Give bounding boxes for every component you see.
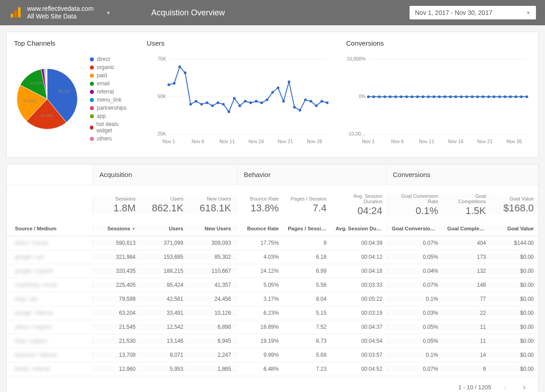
header-gv[interactable]: Goal Value xyxy=(490,226,538,231)
conversions-line-chart[interactable]: -10,00…0%10,000%Nov 1Nov 6Nov 11Nov 16No… xyxy=(346,54,531,149)
header-new-users[interactable]: New Users xyxy=(188,226,236,231)
cell-gv: $0.00 xyxy=(490,366,538,372)
svg-point-78 xyxy=(493,95,495,98)
svg-text:Nov 1: Nov 1 xyxy=(362,139,374,144)
cell-source: direct / (none) xyxy=(7,240,93,246)
cell-gc: 11 xyxy=(443,338,491,344)
legend-item[interactable]: others xyxy=(90,135,132,142)
header-asd[interactable]: Avg. Session Duration xyxy=(331,226,387,231)
svg-point-15 xyxy=(178,65,181,68)
cell-sessions: 225,405 xyxy=(93,282,140,288)
table-row[interactable]: google / cpc321,984153,69585,3024.03%6.1… xyxy=(7,250,538,264)
table-row[interactable]: direct / (none)590,613371,099309,09317.7… xyxy=(7,236,538,250)
svg-text:10,000%: 10,000% xyxy=(346,56,366,61)
legend-item[interactable]: referral xyxy=(90,89,132,95)
legend-item[interactable]: hot deals widget xyxy=(90,121,132,134)
svg-point-39 xyxy=(310,100,312,103)
cell-gv: $0.00 xyxy=(490,282,538,288)
svg-point-77 xyxy=(487,95,490,98)
cell-asd: 00:03:33 xyxy=(331,282,387,288)
cell-users: 33,491 xyxy=(140,310,188,316)
cell-bounce: 24.12% xyxy=(236,268,284,274)
svg-point-68 xyxy=(438,95,441,98)
legend-label: referral xyxy=(97,89,114,95)
cell-asd: 00:04:52 xyxy=(331,366,387,372)
header-source[interactable]: Source / Medium xyxy=(7,226,93,231)
table-row[interactable]: google / organic320,435188,215110,66724.… xyxy=(7,264,538,278)
legend-item[interactable]: app xyxy=(90,113,132,119)
date-range-value: Nov 1, 2017 - Nov 30, 2017 xyxy=(415,9,517,16)
cell-asd: 00:04:12 xyxy=(331,254,387,260)
cell-bounce: 18.89% xyxy=(236,324,284,330)
legend-item[interactable]: organic xyxy=(90,64,132,70)
table-row[interactable]: bing / cpc79,59942,56124,4563.17%8.0400:… xyxy=(7,292,538,306)
svg-text:39.1%: 39.1% xyxy=(58,89,70,93)
svg-point-83 xyxy=(520,95,522,98)
svg-text:75K: 75K xyxy=(158,56,167,61)
cell-gv: $0.00 xyxy=(490,268,538,274)
cell-pps: 6.18 xyxy=(283,254,331,260)
legend-swatch xyxy=(90,137,94,141)
cell-source: google / organic xyxy=(7,268,93,274)
cell-gcr: 0.07% xyxy=(387,282,443,288)
cell-gcr: 0.03% xyxy=(387,310,443,316)
legend-item[interactable]: partnerships xyxy=(90,105,132,111)
svg-point-75 xyxy=(476,95,479,98)
legend-item[interactable]: direct xyxy=(90,56,132,62)
legend-item[interactable]: paid xyxy=(90,72,132,79)
svg-point-84 xyxy=(525,95,528,98)
cell-new-users: 6,898 xyxy=(188,324,236,330)
cell-pps: 8.73 xyxy=(283,338,331,344)
table-row[interactable]: lounge / referral63,20433,49110,1266.23%… xyxy=(7,306,538,320)
cell-users: 8,071 xyxy=(140,352,188,358)
cell-sessions: 21,530 xyxy=(93,338,140,344)
table-row[interactable]: bing / organic21,53013,1466,94519.19%8.7… xyxy=(7,334,538,348)
svg-point-40 xyxy=(315,104,318,107)
prev-page-button[interactable]: ‹ xyxy=(500,381,510,392)
svg-point-41 xyxy=(321,100,323,103)
header-gcr[interactable]: Goal Conversion Rate xyxy=(387,226,443,231)
header-bounce[interactable]: Bounce Rate xyxy=(236,226,284,231)
svg-point-60 xyxy=(394,95,397,98)
legend-swatch xyxy=(90,74,94,78)
cell-sessions: 21,545 xyxy=(93,324,140,330)
svg-text:-10,00…: -10,00… xyxy=(347,131,365,136)
cell-source: lounge / referral xyxy=(7,310,93,316)
svg-point-66 xyxy=(427,95,429,98)
legend-item[interactable]: email xyxy=(90,80,132,87)
header-sessions[interactable]: Sessions▼ xyxy=(93,226,140,231)
panel-title: Top Channels xyxy=(14,39,132,47)
svg-point-74 xyxy=(470,95,473,98)
cell-sessions: 79,599 xyxy=(93,296,140,302)
cell-asd: 00:03:57 xyxy=(331,352,387,358)
next-page-button[interactable]: › xyxy=(519,381,529,392)
table-row[interactable]: feeds / referral12,9605,9531,8656.48%7.2… xyxy=(7,362,538,376)
cell-users: 12,542 xyxy=(140,324,188,330)
panel-title: Users xyxy=(147,39,331,47)
table-row[interactable]: mailchimp / email225,40595,42441,3575.05… xyxy=(7,278,538,292)
legend-item[interactable]: menu_link xyxy=(90,97,132,103)
cell-asd: 00:05:22 xyxy=(331,296,387,302)
table-row[interactable]: featured / referral13,7098,0712,2479.99%… xyxy=(7,348,538,362)
date-range-selector[interactable]: Nov 1, 2017 - Nov 30, 2017 ▼ xyxy=(410,6,536,19)
svg-point-63 xyxy=(410,95,413,98)
header-pps[interactable]: Pages / Session xyxy=(283,226,331,231)
header-gc[interactable]: Goal Completio… xyxy=(443,226,491,231)
view-selector[interactable]: www.reflectivedata.com All Web Site Data… xyxy=(27,5,124,21)
table-row[interactable]: yahoo / organic21,54512,5426,89818.89%7.… xyxy=(7,320,538,334)
cell-bounce: 5.05% xyxy=(236,282,284,288)
svg-point-27 xyxy=(244,100,247,103)
svg-point-33 xyxy=(277,86,279,89)
cell-gc: 14 xyxy=(443,352,491,358)
top-channels-pie-chart[interactable]: 39.1%22.9%20.6%14.2% xyxy=(14,54,83,144)
svg-point-57 xyxy=(378,95,381,98)
cell-pps: 9 xyxy=(283,240,331,246)
users-line-chart[interactable]: 25K50K75KNov 1Nov 6Nov 11Nov 16Nov 21Nov… xyxy=(147,54,331,149)
cell-gc: 9 xyxy=(443,366,491,372)
cell-pps: 5.56 xyxy=(283,282,331,288)
svg-text:Nov 26: Nov 26 xyxy=(506,139,522,144)
svg-point-23 xyxy=(222,103,225,106)
cell-source: bing / cpc xyxy=(7,296,93,302)
svg-rect-0 xyxy=(11,14,14,17)
header-users[interactable]: Users xyxy=(140,226,188,231)
